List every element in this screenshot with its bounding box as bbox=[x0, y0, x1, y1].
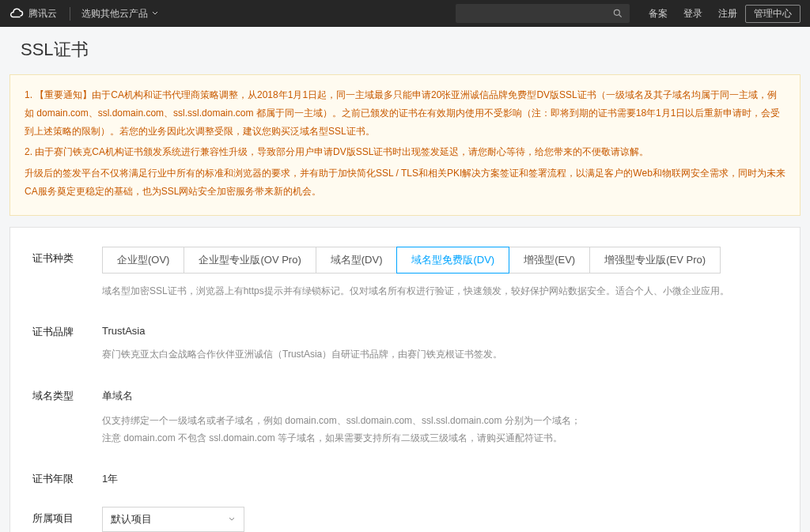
label-brand: 证书品牌 bbox=[32, 320, 102, 339]
brand-value: TrustAsia bbox=[102, 320, 778, 337]
notice-banner: 1. 【重要通知】由于CA机构和证书代理商策略调整，从2018年1月1日起，同一… bbox=[9, 74, 801, 216]
project-select[interactable]: 默认项目 bbox=[102, 507, 244, 532]
notice-line-2: 2. 由于赛门铁克CA机构证书颁发系统进行兼容性升级，导致部分用户申请DV版SS… bbox=[25, 143, 785, 161]
domain-type-desc: 仅支持绑定一个一级域名或者子域名，例如 domain.com、ssl.domai… bbox=[102, 413, 778, 447]
tab-dv[interactable]: 域名型(DV) bbox=[316, 247, 398, 274]
search-icon bbox=[612, 8, 623, 19]
tab-dv-free[interactable]: 域名型免费版(DV) bbox=[396, 247, 509, 274]
search-input[interactable] bbox=[456, 4, 630, 23]
notice-line-3: 升级后的签发平台不仅将满足行业中所有的标准和浏览器的要求，并有助于加快简化SSL… bbox=[25, 164, 785, 201]
brand-desc: 赛门铁克亚太白金战略合作伙伴亚洲诚信（TrustAsia）自研证书品牌，由赛门铁… bbox=[102, 346, 778, 364]
label-period: 证书年限 bbox=[32, 467, 102, 486]
tab-ev-pro[interactable]: 增强型专业版(EV Pro) bbox=[589, 247, 721, 274]
period-value: 1年 bbox=[102, 467, 778, 486]
svg-point-0 bbox=[614, 9, 619, 15]
login-link[interactable]: 登录 bbox=[683, 7, 702, 21]
row-cert-type: 证书种类 企业型(OV) 企业型专业版(OV Pro) 域名型(DV) 域名型免… bbox=[32, 247, 778, 300]
domain-type-value: 单域名 bbox=[102, 384, 778, 403]
domain-desc-line2: 注意 domain.com 不包含 ssl.domain.com 等子域名，如果… bbox=[102, 432, 562, 443]
row-brand: 证书品牌 TrustAsia 赛门铁克亚太白金战略合作伙伴亚洲诚信（TrustA… bbox=[32, 320, 778, 364]
svg-line-1 bbox=[619, 15, 622, 17]
chevron-down-icon bbox=[151, 9, 159, 17]
tab-ev[interactable]: 增强型(EV) bbox=[509, 247, 590, 274]
row-domain-type: 域名类型 单域名 仅支持绑定一个一级域名或者子域名，例如 domain.com、… bbox=[32, 384, 778, 447]
cert-type-tabs: 企业型(OV) 企业型专业版(OV Pro) 域名型(DV) 域名型免费版(DV… bbox=[102, 247, 778, 274]
notice-line-1: 1. 【重要通知】由于CA机构和证书代理商策略调整，从2018年1月1日起，同一… bbox=[25, 86, 785, 140]
cert-form: 证书种类 企业型(OV) 企业型专业版(OV Pro) 域名型(DV) 域名型免… bbox=[9, 227, 801, 532]
console-button[interactable]: 管理中心 bbox=[745, 5, 801, 23]
brand-name: 腾讯云 bbox=[28, 7, 57, 21]
beian-link[interactable]: 备案 bbox=[649, 7, 668, 21]
tab-ov[interactable]: 企业型(OV) bbox=[102, 247, 184, 274]
tab-ov-pro[interactable]: 企业型专业版(OV Pro) bbox=[184, 247, 316, 274]
domain-desc-line1: 仅支持绑定一个一级域名或者子域名，例如 domain.com、ssl.domai… bbox=[102, 415, 581, 426]
product-switcher-label: 选购其他云产品 bbox=[81, 7, 148, 21]
label-project: 所属项目 bbox=[32, 507, 102, 526]
product-switcher[interactable]: 选购其他云产品 bbox=[70, 7, 159, 21]
topbar: 腾讯云 选购其他云产品 备案 登录 注册 管理中心 bbox=[0, 0, 810, 27]
cert-type-desc: 域名型加密SSL证书，浏览器上有https提示并有绿锁标记。仅对域名所有权进行验… bbox=[102, 283, 778, 300]
row-period: 证书年限 1年 bbox=[32, 467, 778, 486]
page-title: SSL证书 bbox=[0, 27, 810, 74]
project-selected: 默认项目 bbox=[111, 512, 152, 526]
chevron-down-icon bbox=[228, 515, 236, 523]
row-project: 所属项目 默认项目 bbox=[32, 507, 778, 532]
cloud-icon bbox=[9, 6, 24, 21]
label-cert-type: 证书种类 bbox=[32, 247, 102, 266]
register-link[interactable]: 注册 bbox=[718, 7, 737, 21]
brand-logo[interactable]: 腾讯云 bbox=[9, 6, 57, 21]
label-domain-type: 域名类型 bbox=[32, 384, 102, 403]
